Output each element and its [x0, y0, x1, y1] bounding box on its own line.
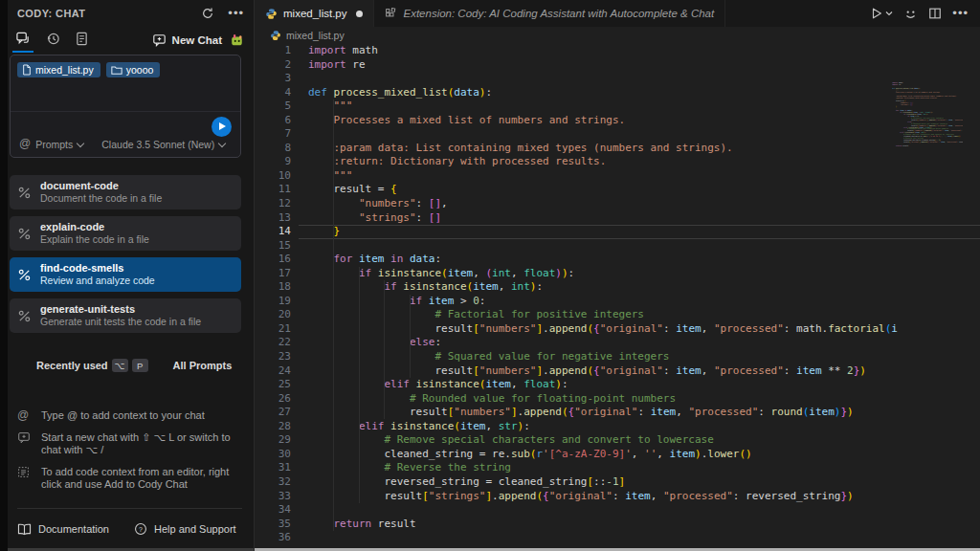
chevron-down-icon	[219, 139, 226, 145]
line-number: 26	[255, 392, 291, 407]
line-number: 2	[255, 58, 291, 73]
line-number: 17	[255, 267, 291, 281]
extension-icon	[385, 8, 397, 20]
code-line: }	[308, 225, 898, 239]
line-number: 12	[255, 197, 291, 211]
line-number: 34	[255, 503, 291, 518]
prompts-dropdown[interactable]: Prompts	[35, 139, 73, 150]
line-number: 4	[255, 86, 291, 100]
line-number: 19	[255, 295, 291, 309]
breadcrumb[interactable]: mixed_list.py	[255, 27, 980, 44]
chat-tab-icon[interactable]	[15, 32, 31, 48]
line-number: 33	[255, 490, 291, 504]
tab-extension-cody[interactable]: Extension: Cody: AI Coding Assistant wit…	[374, 0, 725, 27]
tips-section: @ Type @ to add context to your chat Sta…	[17, 409, 237, 500]
help-and-support-link[interactable]: ? Help and Support	[134, 522, 236, 536]
code-line: result["numbers"].append({"original": it…	[308, 322, 898, 337]
new-chat-label: New Chat	[172, 34, 222, 46]
code-line: "strings": []	[308, 211, 898, 226]
context-chips: mixed_list.py yoooo	[17, 62, 160, 77]
line-number: 22	[255, 336, 291, 350]
prompt-card-find-code-smells[interactable]: find-code-smells Review and analyze code	[10, 257, 241, 292]
tab-label: Extension: Cody: AI Coding Assistant wit…	[403, 8, 714, 19]
context-chip-folder[interactable]: yoooo	[106, 62, 161, 77]
minimap[interactable]: import mathimport re def process_mixed_l…	[892, 82, 963, 149]
python-icon	[270, 30, 281, 41]
code-line: result["numbers"].append({"original": it…	[308, 406, 898, 420]
prompt-subtitle: Document the code in a file	[40, 192, 162, 205]
key-option: ⌥	[112, 359, 128, 372]
python-icon	[265, 8, 278, 20]
code-line	[308, 127, 898, 142]
cody-mascot-icon[interactable]	[230, 33, 244, 47]
code-line: :return: Dictionary with processed resul…	[308, 155, 898, 169]
code-line: reversed_string = cleaned_string[::-1]	[308, 475, 898, 490]
documentation-link[interactable]: Documentation	[17, 523, 109, 536]
prompt-icon	[17, 268, 32, 282]
prompt-subtitle: Review and analyze code	[40, 275, 155, 287]
new-chat-button[interactable]: New Chat	[152, 33, 222, 47]
code-line	[308, 72, 898, 86]
line-number: 6	[255, 114, 291, 128]
indent-guide	[384, 280, 385, 419]
tab-mixed-list-py[interactable]: mixed_list.py	[255, 0, 374, 27]
code-line: """	[308, 99, 898, 114]
more-actions-icon[interactable]: •••	[952, 9, 969, 18]
all-prompts-link[interactable]: All Prompts	[173, 360, 233, 371]
prompt-card-generate-unit-tests[interactable]: generate-unit-tests Generate unit tests …	[10, 298, 241, 333]
refresh-icon[interactable]	[201, 7, 214, 20]
context-chip-file[interactable]: mixed_list.py	[17, 62, 100, 77]
line-number: 29	[255, 433, 291, 448]
code-line: else:	[308, 336, 898, 350]
code-line: if isinstance(item, (int, float)):	[308, 267, 898, 281]
code-line: result["numbers"].append({"original": it…	[308, 364, 898, 379]
tip-add-context: @ Type @ to add context to your chat	[17, 409, 237, 423]
line-number-gutter: 1234567891011121314151617181920212223242…	[255, 44, 291, 545]
tip-text: Type @ to add context to your chat	[41, 409, 205, 423]
tip-text: Start a new chat with ⇧ ⌥ L or switch to…	[41, 431, 237, 457]
sidebar-divider	[17, 508, 242, 509]
prompt-title: find-code-smells	[40, 262, 155, 275]
line-number: 9	[255, 155, 291, 169]
modified-dot[interactable]	[356, 11, 363, 17]
notes-tab-icon[interactable]	[76, 32, 88, 48]
more-actions-icon[interactable]: •••	[228, 9, 244, 18]
prompts-footer-row: Recently used ⌥ P All Prompts	[10, 357, 241, 374]
tip-text: To add code context from an editor, righ…	[41, 466, 237, 492]
at-icon: @	[17, 409, 32, 423]
chip-label: mixed_list.py	[35, 64, 94, 76]
editor-group: mixed_list.py Extension: Cody: AI Coding…	[255, 0, 980, 551]
indent-guide	[410, 295, 411, 378]
code-line: cleaned_string = re.sub(r'[^a-zA-Z0-9]',…	[308, 448, 898, 462]
recently-used-label: Recently used	[36, 360, 108, 371]
history-tab-icon[interactable]	[46, 32, 60, 48]
line-number: 8	[255, 142, 291, 156]
at-icon[interactable]: @	[19, 138, 31, 150]
code-line: def process_mixed_list(data):	[308, 86, 898, 100]
line-number: 35	[255, 518, 291, 532]
prompt-title: document-code	[40, 180, 162, 192]
chevron-down-icon	[885, 10, 893, 17]
chevron-down-icon	[78, 139, 84, 145]
editor-actions: •••	[870, 0, 980, 27]
model-selector[interactable]: Claude 3.5 Sonnet (New)	[101, 139, 214, 150]
cody-icon[interactable]	[903, 7, 918, 21]
sidebar-toolbar: New Chat	[8, 27, 254, 53]
help-icon: ?	[134, 522, 147, 536]
activity-rail	[0, 0, 8, 551]
documentation-label: Documentation	[38, 523, 109, 535]
chat-input-box[interactable]: mixed_list.py yoooo @ Prompts Claude 3.5…	[10, 55, 241, 158]
split-editor-icon[interactable]	[928, 7, 942, 20]
breadcrumb-item: mixed_list.py	[286, 30, 345, 41]
send-button[interactable]	[212, 117, 232, 137]
code-content: import mathimport re def process_mixed_l…	[308, 44, 898, 545]
code-editor[interactable]: 1234567891011121314151617181920212223242…	[255, 44, 980, 551]
cody-chat-sidebar: CODY: CHAT ••• New Chat mixed_list.py	[8, 0, 255, 551]
prompt-icon	[17, 186, 32, 200]
code-line: # Remove special characters and convert …	[308, 433, 898, 448]
book-icon	[17, 523, 32, 536]
run-button[interactable]	[870, 7, 893, 20]
prompt-card-explain-code[interactable]: explain-code Explain the code in a file	[10, 216, 241, 251]
prompt-card-document-code[interactable]: document-code Document the code in a fil…	[10, 175, 241, 209]
prompt-icon	[17, 227, 32, 241]
